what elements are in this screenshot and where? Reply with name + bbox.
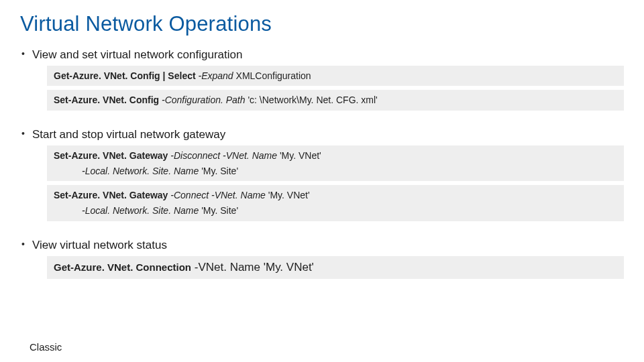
page-title: Virtual Network Operations [20, 12, 624, 36]
code-block: Get-Azure. VNet. Config | Select -Expand… [47, 66, 624, 86]
code-arg: 'My. VNet' [266, 190, 310, 200]
code-cmd: Set-Azure. VNet. Gateway [54, 190, 168, 200]
code-arg: 'My. VNet' [277, 150, 321, 161]
code-block: Set-Azure. VNet. Gateway -Connect -VNet.… [47, 185, 624, 221]
code-cmd: Set-Azure. VNet. Gateway [54, 150, 168, 161]
slide: Virtual Network Operations View and set … [0, 0, 644, 362]
code-arg: 'My. Site' [199, 166, 238, 176]
code-param: -Expand [196, 70, 233, 81]
code-cmd: Get-Azure. VNet. Connection [54, 261, 191, 273]
bullet-label: Start and stop virtual network gateway [32, 128, 225, 141]
code-cmd: Get-Azure. VNet. Config | Select [54, 70, 196, 81]
bullet-item: View virtual network status Get-Azure. V… [20, 239, 624, 280]
bullet-label: View and set virtual network configurati… [32, 48, 242, 61]
code-param: -Connect -VNet. Name [168, 190, 266, 200]
code-block: Get-Azure. VNet. Connection -VNet. Name … [47, 256, 624, 280]
code-block: Set-Azure. VNet. Config -Configuration. … [47, 90, 624, 110]
code-param: -Configuration. Path [159, 95, 245, 105]
code-param: -Local. Network. Site. Name [82, 166, 199, 176]
bullet-item: Start and stop virtual network gateway S… [20, 128, 624, 221]
code-arg: 'My. VNet' [264, 261, 314, 274]
bullet-label: View virtual network status [32, 239, 167, 251]
footer-label: Classic [30, 341, 62, 353]
code-cmd: Set-Azure. VNet. Config [54, 95, 159, 105]
code-param: -Local. Network. Site. Name [82, 205, 199, 216]
code-arg: XMLConfiguration [233, 70, 311, 81]
code-arg: 'c: \Network\My. Net. CFG. xml' [246, 95, 378, 105]
code-param: -Disconnect -VNet. Name [168, 150, 277, 161]
code-block: Set-Azure. VNet. Gateway -Disconnect -VN… [47, 145, 624, 182]
bullet-list: View and set virtual network configurati… [20, 48, 624, 279]
code-arg: 'My. Site' [199, 205, 238, 216]
code-param: -VNet. Name [191, 261, 264, 274]
bullet-item: View and set virtual network configurati… [20, 48, 624, 111]
